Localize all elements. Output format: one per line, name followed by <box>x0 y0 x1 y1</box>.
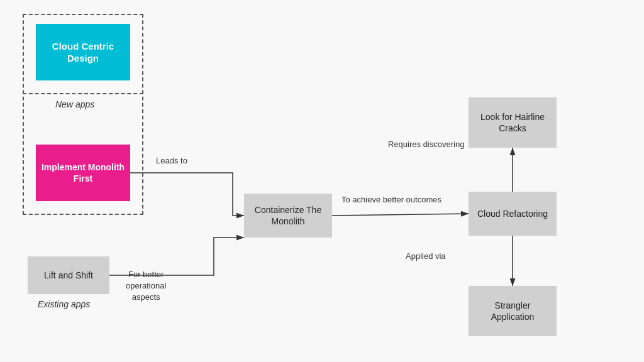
diagram-canvas: { "boxes": { "cloud_centric": {"label": … <box>0 0 644 362</box>
implement-monolith-box: Implement Monolith First <box>36 145 130 201</box>
for-better-label: For better operational aspects <box>126 269 166 304</box>
look-hairline-label: Look for Hairline Cracks <box>474 111 552 134</box>
cloud-centric-label: Cloud Centric Design <box>41 40 125 65</box>
applied-via-label: Applied via <box>406 251 446 261</box>
container-divider <box>23 93 143 94</box>
cloud-refactoring-label: Cloud Refactoring <box>477 208 548 219</box>
cloud-centric-box: Cloud Centric Design <box>36 24 130 80</box>
to-achieve-label: To achieve better outcomes <box>341 195 441 204</box>
implement-monolith-label: Implement Monolith First <box>41 162 125 184</box>
new-apps-label: New apps <box>55 99 94 109</box>
strangler-box: Strangler Application <box>469 286 557 336</box>
lift-shift-box: Lift and Shift <box>28 256 109 294</box>
cloud-refactoring-box: Cloud Refactoring <box>469 192 557 236</box>
lift-shift-label: Lift and Shift <box>44 270 93 281</box>
look-hairline-box: Look for Hairline Cracks <box>469 97 557 148</box>
existing-apps-label: Existing apps <box>38 299 90 309</box>
leads-to-label: Leads to <box>156 156 187 165</box>
containerize-box: Containerize The Monolith <box>244 194 332 238</box>
strangler-label: Strangler Application <box>474 300 552 322</box>
requires-discovering-label: Requires discovering <box>388 140 464 149</box>
containerize-label: Containerize The Monolith <box>249 204 327 227</box>
